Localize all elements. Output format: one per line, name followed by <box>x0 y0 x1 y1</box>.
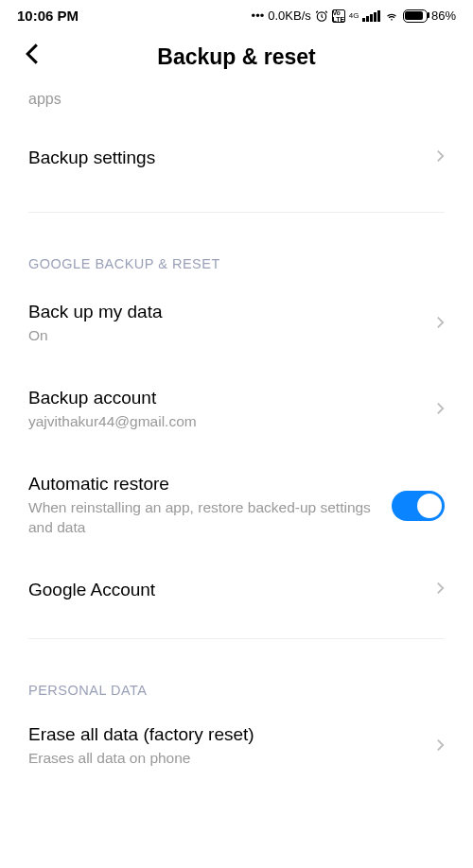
page-header: Backup & reset <box>0 27 473 89</box>
wifi-icon <box>384 9 399 23</box>
erase-all-data-title: Erase all data (factory reset) <box>28 724 417 745</box>
network-type: 4G <box>349 12 359 20</box>
google-account-title: Google Account <box>28 580 417 600</box>
chevron-right-icon <box>436 401 445 420</box>
back-button[interactable] <box>24 43 41 72</box>
status-indicators: ••• 0.0KB/s VoLTE 4G 86% <box>252 9 456 23</box>
divider <box>28 638 445 639</box>
automatic-restore-title: Automatic restore <box>28 474 373 495</box>
erase-all-data-row[interactable]: Erase all data (factory reset) Erases al… <box>28 707 445 786</box>
toggle-knob <box>417 494 442 518</box>
erase-all-data-subtitle: Erases all data on phone <box>28 749 417 769</box>
chevron-right-icon <box>436 148 445 167</box>
battery-icon <box>403 9 428 23</box>
personal-data-section-header: PERSONAL DATA <box>28 656 445 707</box>
chevron-right-icon <box>436 581 445 599</box>
data-speed: 0.0KB/s <box>268 9 311 23</box>
backup-account-row[interactable]: Backup account yajvithakur44@gmail.com <box>28 367 445 453</box>
backup-my-data-subtitle: On <box>28 326 417 346</box>
chevron-right-icon <box>436 315 445 334</box>
volte-icon: VoLTE <box>332 9 345 23</box>
automatic-restore-row: Automatic restore When reinstalling an a… <box>28 453 445 559</box>
backup-account-title: Backup account <box>28 388 417 408</box>
divider <box>28 212 445 213</box>
google-backup-section-header: GOOGLE BACKUP & RESET <box>28 230 445 281</box>
status-time: 10:06 PM <box>17 8 79 24</box>
battery-percent: 86% <box>431 9 456 23</box>
backup-settings-title: Backup settings <box>28 148 417 168</box>
automatic-restore-toggle[interactable] <box>392 491 445 521</box>
alarm-icon <box>315 9 328 23</box>
backup-my-data-row[interactable]: Back up my data On <box>28 281 445 367</box>
backup-settings-row[interactable]: Backup settings <box>28 115 445 195</box>
partial-description: apps <box>28 89 445 110</box>
chevron-right-icon <box>436 738 445 756</box>
automatic-restore-subtitle: When reinstalling an app, restore backed… <box>28 498 373 538</box>
google-account-row[interactable]: Google Account <box>28 559 445 621</box>
page-title: Backup & reset <box>19 44 454 70</box>
backup-my-data-title: Back up my data <box>28 302 417 322</box>
status-bar: 10:06 PM ••• 0.0KB/s VoLTE 4G 86% <box>0 0 473 27</box>
signal-icon <box>362 10 380 22</box>
backup-account-subtitle: yajvithakur44@gmail.com <box>28 412 417 432</box>
more-icon: ••• <box>252 9 265 23</box>
